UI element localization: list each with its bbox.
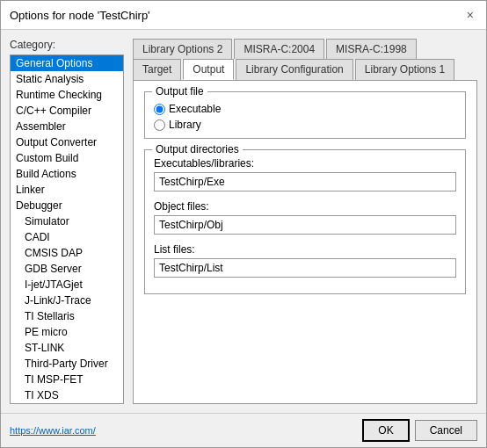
sidebar-item-cpp-compiler[interactable]: C/C++ Compiler	[11, 103, 123, 119]
category-label: Category:	[10, 39, 124, 51]
fields-container: Executables/libraries:Object files:List …	[154, 157, 456, 278]
sidebar-item-assembler[interactable]: Assembler	[11, 119, 123, 134]
sidebar-item-cmsis-dap[interactable]: CMSIS DAP	[11, 245, 123, 261]
dialog-footer: https://www.iar.com/ OK Cancel	[1, 413, 486, 447]
tabs-wrapper: Library Options 2MISRA-C:2004MISRA-C:199…	[133, 39, 477, 404]
sidebar-item-ti-msp-fet[interactable]: TI MSP-FET	[11, 372, 123, 387]
dialog-title: Options for node 'TestChirp'	[10, 9, 150, 22]
radio-input-library[interactable]	[154, 119, 165, 131]
sidebar-list: General OptionsStatic AnalysisRuntime Ch…	[10, 54, 124, 404]
tab-target[interactable]: Target	[133, 59, 181, 80]
close-button[interactable]: ×	[463, 8, 477, 22]
sidebar-item-general-options[interactable]: General Options	[11, 55, 123, 71]
field-group-list-files: List files:	[154, 243, 456, 278]
sidebar-item-runtime-checking[interactable]: Runtime Checking	[11, 87, 123, 103]
output-directories-title: Output directories	[152, 143, 243, 155]
dialog: Options for node 'TestChirp' × Category:…	[0, 0, 487, 448]
sidebar-item-st-link[interactable]: ST-LINK	[11, 340, 123, 356]
tab-misra-c-1998[interactable]: MISRA-C:1998	[326, 39, 417, 59]
dialog-body: Category: General OptionsStatic Analysis…	[1, 30, 486, 413]
sidebar-item-ti-stellaris[interactable]: TI Stellaris	[11, 308, 123, 324]
sidebar-item-output-converter[interactable]: Output Converter	[11, 134, 123, 150]
tab-library-options-1[interactable]: Library Options 1	[355, 59, 454, 80]
field-input-list-files[interactable]	[154, 258, 456, 278]
sidebar-item-cadi[interactable]: CADI	[11, 229, 123, 245]
footer-link[interactable]: https://www.iar.com/	[10, 425, 96, 436]
radio-label-library: Library	[169, 119, 201, 131]
sidebar-item-debugger[interactable]: Debugger	[11, 198, 123, 213]
field-group-object-files: Object files:	[154, 200, 456, 235]
title-bar: Options for node 'TestChirp' ×	[1, 1, 486, 30]
output-directories-group: Output directories Executables/libraries…	[144, 149, 466, 294]
output-file-title: Output file	[152, 85, 207, 98]
sidebar-item-ti-xds[interactable]: TI XDS	[11, 387, 123, 403]
sidebar-item-third-party-driver[interactable]: Third-Party Driver	[11, 356, 123, 372]
sidebar: Category: General OptionsStatic Analysis…	[10, 39, 124, 404]
tab-misra-c-2004[interactable]: MISRA-C:2004	[234, 39, 324, 59]
tab-library-options-2[interactable]: Library Options 2	[133, 39, 232, 59]
field-label-list-files: List files:	[154, 243, 456, 256]
field-group-executables-libraries: Executables/libraries:	[154, 157, 456, 191]
radio-library[interactable]: Library	[154, 119, 456, 131]
sidebar-item-custom-build[interactable]: Custom Build	[11, 150, 123, 166]
sidebar-item-static-analysis[interactable]: Static Analysis	[11, 71, 123, 87]
radio-executable[interactable]: Executable	[154, 103, 456, 115]
sidebar-item-build-actions[interactable]: Build Actions	[11, 166, 123, 182]
sidebar-item-ijet-jtagjet[interactable]: I-jet/JTAGjet	[11, 277, 123, 293]
output-file-radio-group: ExecutableLibrary	[154, 103, 456, 131]
sidebar-item-pe-micro[interactable]: PE micro	[11, 324, 123, 340]
cancel-button[interactable]: Cancel	[415, 420, 477, 441]
field-label-executables-libraries: Executables/libraries:	[154, 157, 456, 170]
sidebar-item-linker[interactable]: Linker	[11, 182, 123, 198]
field-input-executables-libraries[interactable]	[154, 172, 456, 191]
tab-library-configuration[interactable]: Library Configuration	[236, 59, 353, 80]
sidebar-item-simulator[interactable]: Simulator	[11, 213, 123, 229]
ok-button[interactable]: OK	[362, 419, 409, 442]
tab-content: Output file ExecutableLibrary Output dir…	[133, 80, 477, 404]
field-label-object-files: Object files:	[154, 200, 456, 213]
tab-row-bottom: TargetOutputLibrary ConfigurationLibrary…	[133, 59, 477, 80]
output-file-group: Output file ExecutableLibrary	[144, 91, 466, 139]
sidebar-item-jlink-jtrace[interactable]: J-Link/J-Trace	[11, 293, 123, 308]
field-input-object-files[interactable]	[154, 215, 456, 235]
radio-label-executable: Executable	[169, 103, 221, 115]
radio-input-executable[interactable]	[154, 104, 165, 115]
tab-row-top: Library Options 2MISRA-C:2004MISRA-C:199…	[133, 39, 477, 59]
main-panel: Library Options 2MISRA-C:2004MISRA-C:199…	[133, 39, 477, 404]
sidebar-item-gdb-server[interactable]: GDB Server	[11, 261, 123, 277]
tab-output[interactable]: Output	[183, 59, 234, 80]
